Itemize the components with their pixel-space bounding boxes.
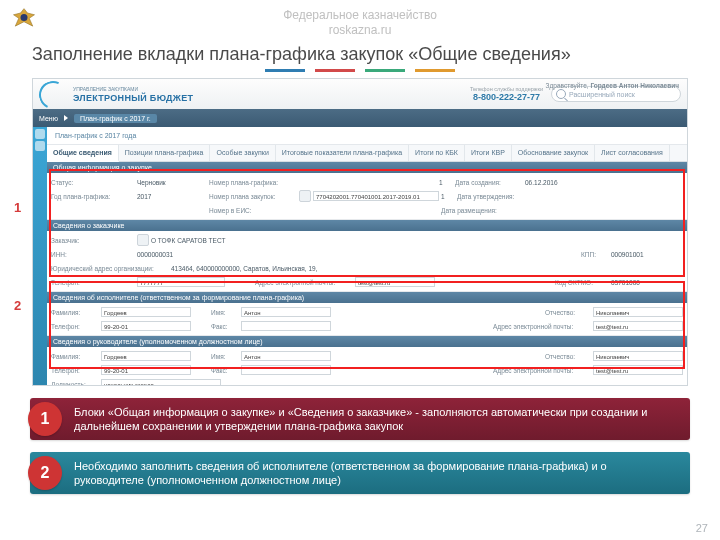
input-fax[interactable] (241, 321, 331, 331)
side-marker-2: 2 (14, 298, 21, 313)
value-plan-seq: 1 (439, 179, 455, 186)
label-posted: Дата размещения: (441, 207, 511, 214)
input-m-lastname[interactable]: Гордеев (101, 351, 191, 361)
label-phone: Телефон: (51, 279, 137, 286)
tab-positions[interactable]: Позиции плана-графика (119, 145, 211, 161)
label-exec-email: Адрес электронной почты: (493, 323, 593, 330)
header-block: Федеральное казначейство roskazna.ru (0, 0, 720, 38)
label-job: Должность: (51, 381, 101, 387)
value-inn: 0000000031 (137, 251, 337, 258)
label-m-patronymic: Отчество: (545, 353, 593, 360)
toolbar-icon[interactable] (35, 141, 45, 151)
tab-general[interactable]: Общие сведения (47, 145, 119, 162)
tab-justification[interactable]: Обоснование закупок (512, 145, 595, 161)
breadcrumb: План-график с 2017 года (47, 127, 687, 145)
section-header-general: Общая информация о закупке (47, 162, 687, 173)
document-icon[interactable] (299, 190, 311, 202)
input-exec-email[interactable]: test@test.ru (593, 321, 683, 331)
svg-point-0 (21, 14, 28, 21)
label-approved: Дата утверждения: (457, 193, 527, 200)
value-oktmo: 03701000 (611, 279, 683, 286)
slide-title: Заполнение вкладки плана-графика закупок… (0, 38, 720, 69)
search-placeholder: Расширенный поиск (569, 91, 635, 98)
label-address: Юридический адрес организации: (51, 265, 171, 272)
tab-kbk[interactable]: Итоги по КБК (409, 145, 465, 161)
label-m-fax: Факс: (211, 367, 241, 374)
label-fax: Факс: (211, 323, 241, 330)
menu-button[interactable]: Меню (39, 115, 58, 122)
label-m-firstname: Имя: (211, 353, 241, 360)
input-pz-num[interactable]: 7704202001.770401001.2017-2019.01 (313, 191, 439, 201)
input-m-tel[interactable]: 99-20-01 (101, 365, 191, 375)
value-kpp: 000901001 (611, 251, 683, 258)
label-customer: Заказчик: (51, 237, 137, 244)
tab-special[interactable]: Особые закупки (210, 145, 275, 161)
greeting: Здравствуйте, Гордеев Антон Николаевич (546, 82, 679, 89)
label-pz-num: Номер плана закупок: (209, 193, 299, 200)
toolbar-icon[interactable] (35, 129, 45, 139)
label-email: Адрес электронной почты: (255, 279, 355, 286)
note-2: 2 Необходимо заполнить сведения об испол… (30, 452, 690, 494)
header-org: Федеральное казначейство (0, 8, 720, 23)
label-m-tel: Телефон: (51, 367, 101, 374)
tab-totals[interactable]: Итоговые показатели плана-графика (276, 145, 409, 161)
input-m-firstname[interactable]: Антон (241, 351, 331, 361)
value-year: 2017 (137, 193, 209, 200)
label-inn: ИНН: (51, 251, 137, 258)
note-1-badge: 1 (28, 402, 62, 436)
input-job[interactable]: начальник отдела (101, 379, 221, 386)
input-tel[interactable]: 99-20-01 (101, 321, 191, 331)
note-1-text: Блоки «Общая информация о закупке» и «Св… (30, 398, 690, 440)
lookup-icon[interactable] (137, 234, 149, 246)
label-lastname: Фамилия: (51, 309, 101, 316)
section-customer: Заказчик: О ТОФК САРАТОВ ТЕСТ ИНН: 00000… (47, 231, 687, 292)
section-header-executor: Сведения об исполнителе (ответственном з… (47, 292, 687, 303)
label-tel: Телефон: (51, 323, 101, 330)
label-year: Год плана-графика: (51, 193, 137, 200)
section-general: Статус: Черновик Номер плана-графика: 1 … (47, 173, 687, 220)
emblem-icon (10, 6, 38, 34)
section-executor: Фамилия: Гордеев Имя: Антон Отчество: Ни… (47, 303, 687, 336)
chevron-right-icon (64, 115, 68, 121)
menu-dropdown[interactable]: План-график с 2017 г. (74, 114, 157, 123)
input-email[interactable]: test@test.ru (355, 277, 435, 287)
tab-approval[interactable]: Лист согласования (595, 145, 670, 161)
label-oktmo: Код ОКТМО: (555, 279, 611, 286)
input-m-patronymic[interactable]: Николаевич (593, 351, 683, 361)
section-header-customer: Сведения о заказчике (47, 220, 687, 231)
logo-text: УПРАВЛЕНИЕ ЗАКУПКАМИ ЭЛЕКТРОННЫЙ БЮДЖЕТ (73, 85, 193, 103)
tab-kvr[interactable]: Итоги КВР (465, 145, 512, 161)
value-created: 06.12.2016 (525, 179, 597, 186)
input-m-fax[interactable] (241, 365, 331, 375)
app-screenshot: Здравствуйте, Гордеев Антон Николаевич У… (32, 78, 688, 386)
label-m-email: Адрес электронной почты: (493, 367, 593, 374)
label-kpp: КПП: (581, 251, 611, 258)
value-status: Черновик (137, 179, 209, 186)
label-eis: Номер в ЕИС: (209, 207, 299, 214)
note-2-text: Необходимо заполнить сведения об исполни… (30, 452, 690, 494)
input-firstname[interactable]: Антон (241, 307, 331, 317)
support-phone: Телефон службы поддержки 8-800-222-27-77 (470, 86, 543, 102)
input-lastname[interactable]: Гордеев (101, 307, 191, 317)
input-m-email[interactable]: test@test.ru (593, 365, 683, 375)
accent-bar (0, 69, 720, 78)
label-patronymic: Отчество: (545, 309, 593, 316)
label-status: Статус: (51, 179, 137, 186)
label-plan-num: Номер плана-графика: (209, 179, 299, 186)
header-site: roskazna.ru (0, 23, 720, 38)
page-number: 27 (696, 522, 708, 534)
label-m-lastname: Фамилия: (51, 353, 101, 360)
left-toolbar (33, 127, 47, 385)
input-phone[interactable]: 7777777 (137, 277, 225, 287)
input-patronymic[interactable]: Николаевич (593, 307, 683, 317)
tab-bar: Общие сведения Позиции плана-графика Осо… (47, 145, 687, 162)
logo-swirl-icon (39, 81, 69, 107)
search-icon (556, 89, 566, 99)
value-customer: О ТОФК САРАТОВ ТЕСТ (151, 237, 311, 244)
value-address: 413464, 640000000000, Саратов, Ильинская… (171, 265, 471, 272)
label-created: Дата создания: (455, 179, 525, 186)
note-1: 1 Блоки «Общая информация о закупке» и «… (30, 398, 690, 440)
note-2-badge: 2 (28, 456, 62, 490)
menu-bar: Меню План-график с 2017 г. (33, 109, 687, 127)
side-markers: 1 2 (14, 78, 30, 386)
